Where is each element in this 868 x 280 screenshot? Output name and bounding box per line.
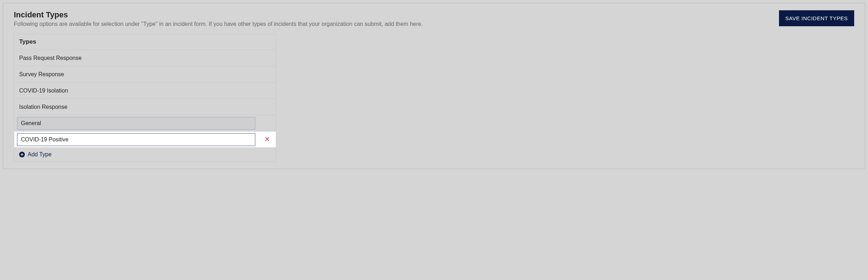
table-row <box>14 115 276 131</box>
table-row-editing <box>14 131 276 148</box>
type-label: Isolation Response <box>14 100 258 114</box>
table-row: Isolation Response <box>14 99 276 115</box>
save-incident-types-button[interactable]: SAVE INCIDENT TYPES <box>779 10 854 26</box>
type-label: Pass Request Response <box>14 51 258 66</box>
type-name-input[interactable] <box>17 133 255 146</box>
incident-types-panel: Incident Types Following options are ava… <box>3 3 865 169</box>
plus-circle-icon <box>19 152 25 157</box>
page-title: Incident Types <box>14 10 779 19</box>
type-label: Survey Response <box>14 67 258 82</box>
table-row: Pass Request Response <box>14 50 276 66</box>
page-subtitle: Following options are available for sele… <box>14 21 779 27</box>
header-text: Incident Types Following options are ava… <box>14 10 779 27</box>
add-type-button[interactable]: Add Type <box>14 148 276 161</box>
add-type-label: Add Type <box>28 151 51 158</box>
delete-icon[interactable] <box>265 136 269 143</box>
type-input-cell <box>14 116 258 131</box>
type-label: COVID-19 Isolation <box>14 83 258 98</box>
table-header: Types <box>14 34 276 50</box>
types-table: Types Pass Request Response Survey Respo… <box>14 34 276 162</box>
table-row: Survey Response <box>14 66 276 83</box>
header-row: Incident Types Following options are ava… <box>14 10 854 27</box>
svg-rect-2 <box>21 154 23 155</box>
row-action <box>258 136 276 143</box>
type-name-input[interactable] <box>17 117 255 130</box>
type-input-cell <box>14 132 258 147</box>
table-row: COVID-19 Isolation <box>14 83 276 99</box>
